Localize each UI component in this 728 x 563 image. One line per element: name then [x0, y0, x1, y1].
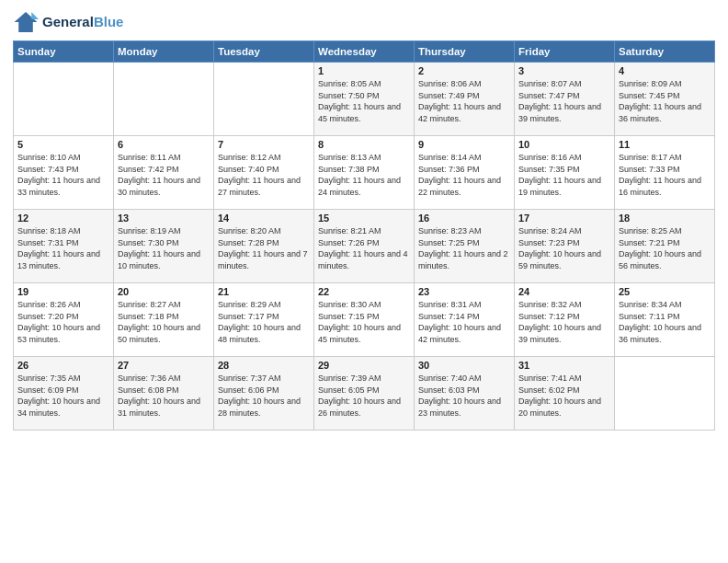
day-info: Sunrise: 8:20 AM Sunset: 7:28 PM Dayligh…	[218, 225, 310, 271]
day-number: 24	[518, 286, 610, 297]
day-cell: 25Sunrise: 8:34 AM Sunset: 7:11 PM Dayli…	[615, 283, 715, 357]
day-cell: 23Sunrise: 8:31 AM Sunset: 7:14 PM Dayli…	[415, 283, 515, 357]
day-info: Sunrise: 8:18 AM Sunset: 7:31 PM Dayligh…	[17, 225, 109, 271]
day-cell: 2Sunrise: 8:06 AM Sunset: 7:49 PM Daylig…	[415, 63, 515, 136]
day-cell: 3Sunrise: 8:07 AM Sunset: 7:47 PM Daylig…	[515, 63, 615, 136]
day-info: Sunrise: 8:29 AM Sunset: 7:17 PM Dayligh…	[218, 299, 310, 345]
day-cell	[214, 63, 314, 136]
day-number: 14	[218, 213, 310, 224]
day-info: Sunrise: 8:27 AM Sunset: 7:18 PM Dayligh…	[118, 299, 210, 345]
day-number: 7	[218, 139, 310, 150]
day-cell: 15Sunrise: 8:21 AM Sunset: 7:26 PM Dayli…	[314, 210, 415, 283]
day-number: 6	[118, 139, 210, 150]
day-number: 3	[518, 65, 610, 76]
day-cell: 18Sunrise: 8:25 AM Sunset: 7:21 PM Dayli…	[615, 210, 715, 283]
day-cell: 1Sunrise: 8:05 AM Sunset: 7:50 PM Daylig…	[314, 63, 415, 136]
day-info: Sunrise: 8:09 AM Sunset: 7:45 PM Dayligh…	[619, 78, 711, 124]
day-info: Sunrise: 8:10 AM Sunset: 7:43 PM Dayligh…	[17, 152, 109, 198]
day-cell: 29Sunrise: 7:39 AM Sunset: 6:05 PM Dayli…	[314, 357, 415, 431]
day-number: 5	[17, 139, 109, 150]
day-info: Sunrise: 8:23 AM Sunset: 7:25 PM Dayligh…	[418, 225, 510, 271]
day-cell: 10Sunrise: 8:16 AM Sunset: 7:35 PM Dayli…	[515, 136, 615, 210]
day-number: 11	[619, 139, 711, 150]
day-number: 13	[118, 213, 210, 224]
day-number: 15	[318, 213, 410, 224]
week-row-5: 26Sunrise: 7:35 AM Sunset: 6:09 PM Dayli…	[14, 357, 715, 431]
header: GeneralBlue	[13, 9, 715, 35]
day-number: 20	[118, 286, 210, 297]
day-cell: 12Sunrise: 8:18 AM Sunset: 7:31 PM Dayli…	[14, 210, 114, 283]
logo-icon	[13, 9, 39, 35]
day-cell: 7Sunrise: 8:12 AM Sunset: 7:40 PM Daylig…	[214, 136, 314, 210]
day-number: 25	[619, 286, 711, 297]
day-info: Sunrise: 8:19 AM Sunset: 7:30 PM Dayligh…	[118, 225, 210, 271]
day-info: Sunrise: 8:25 AM Sunset: 7:21 PM Dayligh…	[619, 225, 711, 271]
day-number: 10	[518, 139, 610, 150]
day-cell: 13Sunrise: 8:19 AM Sunset: 7:30 PM Dayli…	[114, 210, 214, 283]
col-header-tuesday: Tuesday	[214, 41, 314, 63]
week-row-3: 12Sunrise: 8:18 AM Sunset: 7:31 PM Dayli…	[14, 210, 715, 283]
day-info: Sunrise: 7:41 AM Sunset: 6:02 PM Dayligh…	[518, 373, 610, 419]
day-info: Sunrise: 8:26 AM Sunset: 7:20 PM Dayligh…	[17, 299, 109, 345]
day-cell: 17Sunrise: 8:24 AM Sunset: 7:23 PM Dayli…	[515, 210, 615, 283]
day-cell: 21Sunrise: 8:29 AM Sunset: 7:17 PM Dayli…	[214, 283, 314, 357]
col-header-saturday: Saturday	[615, 41, 715, 63]
day-info: Sunrise: 7:40 AM Sunset: 6:03 PM Dayligh…	[418, 373, 510, 419]
page: GeneralBlue SundayMondayTuesdayWednesday…	[0, 0, 728, 563]
day-info: Sunrise: 8:07 AM Sunset: 7:47 PM Dayligh…	[518, 78, 610, 124]
col-header-wednesday: Wednesday	[314, 41, 415, 63]
week-row-1: 1Sunrise: 8:05 AM Sunset: 7:50 PM Daylig…	[14, 63, 715, 136]
svg-marker-1	[31, 12, 39, 19]
col-header-monday: Monday	[114, 41, 214, 63]
logo-text: GeneralBlue	[42, 15, 123, 30]
day-cell: 30Sunrise: 7:40 AM Sunset: 6:03 PM Dayli…	[415, 357, 515, 431]
day-info: Sunrise: 8:30 AM Sunset: 7:15 PM Dayligh…	[318, 299, 410, 345]
day-info: Sunrise: 8:17 AM Sunset: 7:33 PM Dayligh…	[619, 152, 711, 198]
day-number: 17	[518, 213, 610, 224]
day-info: Sunrise: 7:39 AM Sunset: 6:05 PM Dayligh…	[318, 373, 410, 419]
day-info: Sunrise: 8:32 AM Sunset: 7:12 PM Dayligh…	[518, 299, 610, 345]
week-row-4: 19Sunrise: 8:26 AM Sunset: 7:20 PM Dayli…	[14, 283, 715, 357]
day-cell: 28Sunrise: 7:37 AM Sunset: 6:06 PM Dayli…	[214, 357, 314, 431]
day-info: Sunrise: 7:36 AM Sunset: 6:08 PM Dayligh…	[118, 373, 210, 419]
day-cell: 9Sunrise: 8:14 AM Sunset: 7:36 PM Daylig…	[415, 136, 515, 210]
day-cell: 20Sunrise: 8:27 AM Sunset: 7:18 PM Dayli…	[114, 283, 214, 357]
day-info: Sunrise: 7:35 AM Sunset: 6:09 PM Dayligh…	[17, 373, 109, 419]
day-cell: 14Sunrise: 8:20 AM Sunset: 7:28 PM Dayli…	[214, 210, 314, 283]
logo: GeneralBlue	[13, 9, 123, 35]
day-info: Sunrise: 8:34 AM Sunset: 7:11 PM Dayligh…	[619, 299, 711, 345]
day-info: Sunrise: 8:12 AM Sunset: 7:40 PM Dayligh…	[218, 152, 310, 198]
day-number: 21	[218, 286, 310, 297]
day-cell	[114, 63, 214, 136]
day-number: 27	[118, 360, 210, 371]
day-info: Sunrise: 8:31 AM Sunset: 7:14 PM Dayligh…	[418, 299, 510, 345]
week-row-2: 5Sunrise: 8:10 AM Sunset: 7:43 PM Daylig…	[14, 136, 715, 210]
day-cell	[14, 63, 114, 136]
calendar-table: SundayMondayTuesdayWednesdayThursdayFrid…	[13, 40, 715, 431]
day-cell	[615, 357, 715, 431]
day-number: 30	[418, 360, 510, 371]
day-number: 19	[17, 286, 109, 297]
day-number: 4	[619, 65, 711, 76]
day-number: 12	[17, 213, 109, 224]
day-info: Sunrise: 8:11 AM Sunset: 7:42 PM Dayligh…	[118, 152, 210, 198]
day-number: 28	[218, 360, 310, 371]
day-info: Sunrise: 8:05 AM Sunset: 7:50 PM Dayligh…	[318, 78, 410, 124]
day-number: 31	[518, 360, 610, 371]
day-number: 23	[418, 286, 510, 297]
day-number: 8	[318, 139, 410, 150]
col-header-sunday: Sunday	[14, 41, 114, 63]
day-info: Sunrise: 8:14 AM Sunset: 7:36 PM Dayligh…	[418, 152, 510, 198]
day-cell: 11Sunrise: 8:17 AM Sunset: 7:33 PM Dayli…	[615, 136, 715, 210]
day-number: 22	[318, 286, 410, 297]
day-cell: 19Sunrise: 8:26 AM Sunset: 7:20 PM Dayli…	[14, 283, 114, 357]
day-info: Sunrise: 7:37 AM Sunset: 6:06 PM Dayligh…	[218, 373, 310, 419]
day-number: 26	[17, 360, 109, 371]
day-cell: 31Sunrise: 7:41 AM Sunset: 6:02 PM Dayli…	[515, 357, 615, 431]
day-cell: 26Sunrise: 7:35 AM Sunset: 6:09 PM Dayli…	[14, 357, 114, 431]
day-info: Sunrise: 8:21 AM Sunset: 7:26 PM Dayligh…	[318, 225, 410, 271]
col-header-friday: Friday	[515, 41, 615, 63]
day-info: Sunrise: 8:06 AM Sunset: 7:49 PM Dayligh…	[418, 78, 510, 124]
day-cell: 4Sunrise: 8:09 AM Sunset: 7:45 PM Daylig…	[615, 63, 715, 136]
col-header-thursday: Thursday	[415, 41, 515, 63]
